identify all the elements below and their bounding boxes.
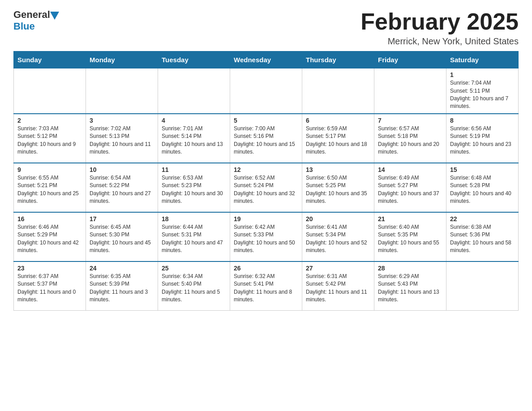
day-number: 3 [90,117,154,124]
day-number: 17 [90,215,154,223]
day-number: 22 [450,215,515,223]
calendar-cell [158,68,230,114]
calendar-cell: 25Sunrise: 6:34 AM Sunset: 5:40 PM Dayli… [158,261,230,311]
day-info: Sunrise: 6:48 AM Sunset: 5:28 PM Dayligh… [450,174,515,206]
day-info: Sunrise: 7:00 AM Sunset: 5:16 PM Dayligh… [234,125,298,156]
day-number: 13 [306,166,370,173]
week-row-2: 2Sunrise: 7:03 AM Sunset: 5:12 PM Daylig… [14,114,519,163]
day-number: 20 [306,215,370,223]
day-number: 12 [234,166,298,173]
day-info: Sunrise: 6:52 AM Sunset: 5:24 PM Dayligh… [234,174,298,206]
calendar-cell: 4Sunrise: 7:01 AM Sunset: 5:14 PM Daylig… [158,114,230,163]
calendar-cell: 28Sunrise: 6:29 AM Sunset: 5:43 PM Dayli… [374,261,446,311]
day-number: 10 [90,166,154,173]
calendar-cell: 19Sunrise: 6:42 AM Sunset: 5:33 PM Dayli… [230,212,302,261]
weekday-header-saturday: Saturday [446,51,519,68]
calendar-cell: 24Sunrise: 6:35 AM Sunset: 5:39 PM Dayli… [86,261,158,311]
day-info: Sunrise: 6:41 AM Sunset: 5:34 PM Dayligh… [306,223,370,255]
day-info: Sunrise: 6:49 AM Sunset: 5:27 PM Dayligh… [378,174,442,206]
day-info: Sunrise: 6:56 AM Sunset: 5:19 PM Dayligh… [450,125,515,156]
day-info: Sunrise: 6:37 AM Sunset: 5:37 PM Dayligh… [17,273,82,304]
day-info: Sunrise: 6:40 AM Sunset: 5:35 PM Dayligh… [378,223,442,255]
weekday-header-sunday: Sunday [14,51,86,68]
day-number: 5 [234,117,298,124]
weekday-header-wednesday: Wednesday [230,51,302,68]
calendar-cell: 5Sunrise: 7:00 AM Sunset: 5:16 PM Daylig… [230,114,302,163]
logo-text-general: General [13,9,50,21]
week-row-5: 23Sunrise: 6:37 AM Sunset: 5:37 PM Dayli… [14,261,519,311]
day-info: Sunrise: 6:46 AM Sunset: 5:29 PM Dayligh… [17,223,82,255]
weekday-header-thursday: Thursday [302,51,374,68]
calendar-cell [230,68,302,114]
calendar-cell: 27Sunrise: 6:31 AM Sunset: 5:42 PM Dayli… [302,261,374,311]
week-row-1: 1Sunrise: 7:04 AM Sunset: 5:11 PM Daylig… [14,68,519,114]
calendar-cell: 17Sunrise: 6:45 AM Sunset: 5:30 PM Dayli… [86,212,158,261]
day-number: 24 [90,265,154,272]
day-number: 9 [17,166,82,173]
day-info: Sunrise: 6:34 AM Sunset: 5:40 PM Dayligh… [162,273,226,304]
week-row-4: 16Sunrise: 6:46 AM Sunset: 5:29 PM Dayli… [14,212,519,261]
day-number: 8 [450,117,515,124]
calendar-cell: 6Sunrise: 6:59 AM Sunset: 5:17 PM Daylig… [302,114,374,163]
day-number: 4 [162,117,226,124]
day-number: 26 [234,265,298,272]
day-number: 25 [162,265,226,272]
calendar-cell: 1Sunrise: 7:04 AM Sunset: 5:11 PM Daylig… [446,68,519,114]
weekday-header-monday: Monday [86,51,158,68]
calendar-table: SundayMondayTuesdayWednesdayThursdayFrid… [13,51,519,311]
calendar-cell: 18Sunrise: 6:44 AM Sunset: 5:31 PM Dayli… [158,212,230,261]
calendar-cell [446,261,519,311]
day-info: Sunrise: 6:35 AM Sunset: 5:39 PM Dayligh… [90,273,154,304]
day-info: Sunrise: 6:29 AM Sunset: 5:43 PM Dayligh… [378,273,442,304]
calendar-cell: 2Sunrise: 7:03 AM Sunset: 5:12 PM Daylig… [14,114,86,163]
day-number: 18 [162,215,226,223]
location: Merrick, New York, United States [360,36,519,47]
day-number: 7 [378,117,442,124]
week-row-3: 9Sunrise: 6:55 AM Sunset: 5:21 PM Daylig… [14,163,519,212]
day-info: Sunrise: 6:32 AM Sunset: 5:41 PM Dayligh… [234,273,298,304]
day-number: 23 [17,265,82,272]
calendar-cell: 7Sunrise: 6:57 AM Sunset: 5:18 PM Daylig… [374,114,446,163]
title-block: February 2025 Merrick, New York, United … [360,9,519,47]
day-number: 21 [378,215,442,223]
day-info: Sunrise: 7:03 AM Sunset: 5:12 PM Dayligh… [17,125,82,156]
day-number: 2 [17,117,82,124]
day-info: Sunrise: 6:59 AM Sunset: 5:17 PM Dayligh… [306,125,370,156]
calendar-cell [14,68,86,114]
calendar-cell: 26Sunrise: 6:32 AM Sunset: 5:41 PM Dayli… [230,261,302,311]
day-number: 11 [162,166,226,173]
day-info: Sunrise: 6:54 AM Sunset: 5:22 PM Dayligh… [90,174,154,206]
day-info: Sunrise: 6:45 AM Sunset: 5:30 PM Dayligh… [90,223,154,255]
calendar-cell: 3Sunrise: 7:02 AM Sunset: 5:13 PM Daylig… [86,114,158,163]
calendar-cell [374,68,446,114]
calendar-cell: 11Sunrise: 6:53 AM Sunset: 5:23 PM Dayli… [158,163,230,212]
calendar-cell: 16Sunrise: 6:46 AM Sunset: 5:29 PM Dayli… [14,212,86,261]
calendar-cell: 23Sunrise: 6:37 AM Sunset: 5:37 PM Dayli… [14,261,86,311]
weekday-header-tuesday: Tuesday [158,51,230,68]
day-info: Sunrise: 6:53 AM Sunset: 5:23 PM Dayligh… [162,174,226,206]
day-number: 14 [378,166,442,173]
logo-block: General Blue [13,9,59,32]
calendar-cell: 21Sunrise: 6:40 AM Sunset: 5:35 PM Dayli… [374,212,446,261]
calendar-cell: 20Sunrise: 6:41 AM Sunset: 5:34 PM Dayli… [302,212,374,261]
day-info: Sunrise: 6:57 AM Sunset: 5:18 PM Dayligh… [378,125,442,156]
calendar-cell [302,68,374,114]
weekday-header-row: SundayMondayTuesdayWednesdayThursdayFrid… [14,51,519,68]
day-number: 1 [450,71,515,78]
day-number: 15 [450,166,515,173]
day-number: 28 [378,265,442,272]
day-number: 16 [17,215,82,223]
page-header: General Blue February 2025 Merrick, New … [13,9,519,47]
calendar-cell: 22Sunrise: 6:38 AM Sunset: 5:36 PM Dayli… [446,212,519,261]
calendar-cell: 8Sunrise: 6:56 AM Sunset: 5:19 PM Daylig… [446,114,519,163]
day-number: 6 [306,117,370,124]
month-title: February 2025 [360,9,519,34]
calendar-cell: 13Sunrise: 6:50 AM Sunset: 5:25 PM Dayli… [302,163,374,212]
day-info: Sunrise: 6:50 AM Sunset: 5:25 PM Dayligh… [306,174,370,206]
day-number: 27 [306,265,370,272]
day-info: Sunrise: 6:42 AM Sunset: 5:33 PM Dayligh… [234,223,298,255]
weekday-header-friday: Friday [374,51,446,68]
day-info: Sunrise: 6:31 AM Sunset: 5:42 PM Dayligh… [306,273,370,304]
logo: General Blue [13,9,59,32]
calendar-cell: 10Sunrise: 6:54 AM Sunset: 5:22 PM Dayli… [86,163,158,212]
